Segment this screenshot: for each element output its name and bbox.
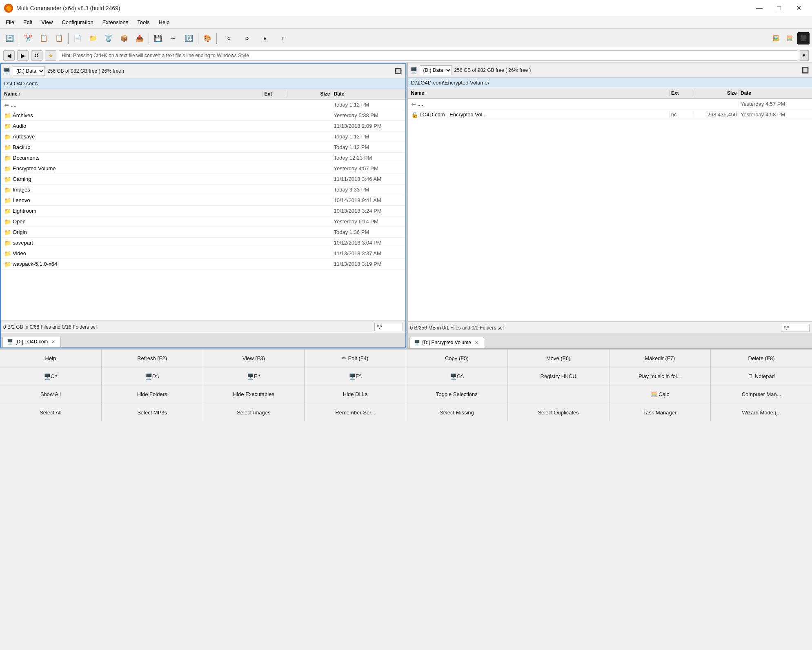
nav-favorite-btn[interactable]: ★ xyxy=(45,50,56,61)
view-console-btn[interactable]: ⬛ xyxy=(797,32,810,45)
view-calculator-btn[interactable]: 🧮 xyxy=(783,32,796,45)
right-tab-close-btn[interactable]: ✕ xyxy=(474,340,480,346)
left-drive-select[interactable]: (D:) Data xyxy=(13,66,45,76)
left-file-row[interactable]: 📁 Encrypted Volume Yesterday 4:57 PM xyxy=(1,163,405,174)
fn-drive-d-btn[interactable]: 🖥️ D:\ xyxy=(102,367,203,385)
toolbar-sync-btn[interactable]: 🔃 xyxy=(182,31,196,46)
nav-back-btn[interactable]: ◀ xyxy=(3,50,15,61)
fn-notepad-btn[interactable]: 🗒 Notepad xyxy=(711,367,812,385)
toolbar-pack-btn[interactable]: 📦 xyxy=(117,31,131,46)
hint-input[interactable] xyxy=(59,50,797,61)
menu-view[interactable]: View xyxy=(37,18,57,27)
left-file-row[interactable]: 📁 Autosave Today 1:12 PM xyxy=(1,131,405,142)
fn-drive-e-btn[interactable]: 🖥️ E:\ xyxy=(203,367,305,385)
right-drive-select[interactable]: (D:) Data xyxy=(420,65,452,75)
left-col-name[interactable]: Name↑ xyxy=(1,91,263,97)
right-col-name[interactable]: Name↑ xyxy=(408,90,670,96)
left-col-size[interactable]: Size xyxy=(287,91,332,97)
left-filter-input[interactable] xyxy=(374,323,403,331)
fn-remember-sel-btn[interactable]: Remember Sel... xyxy=(305,403,406,421)
fn-select-dupes-btn[interactable]: Select Duplicates xyxy=(508,403,610,421)
left-tab-1[interactable]: 🖥️ [D:] LO4D.com ✕ xyxy=(2,336,61,347)
fn-view-btn[interactable]: View (F3) xyxy=(203,349,305,367)
left-file-row[interactable]: 📁 Lightroom 10/13/2018 3:24 PM xyxy=(1,206,405,216)
minimize-button[interactable]: — xyxy=(750,2,769,14)
left-col-ext[interactable]: Ext xyxy=(263,91,287,97)
toolbar-drive-e[interactable]: E xyxy=(258,31,272,46)
left-file-row[interactable]: 📁 Video 11/13/2018 3:37 AM xyxy=(1,248,405,259)
left-file-row[interactable]: 📁 Origin Today 1:36 PM xyxy=(1,227,405,238)
nav-reload-btn[interactable]: ↺ xyxy=(31,50,42,61)
left-col-date[interactable]: Date xyxy=(332,91,405,97)
maximize-button[interactable]: □ xyxy=(770,2,788,14)
fn-toggle-sel-btn[interactable]: Toggle Selections xyxy=(406,385,508,403)
right-tab-1[interactable]: 🖥️ [D:] Encrypted Volume ✕ xyxy=(409,337,484,348)
left-file-row[interactable]: 📁 Lenovo 10/14/2018 9:41 AM xyxy=(1,195,405,206)
right-col-size[interactable]: Size xyxy=(694,90,739,96)
left-file-row[interactable]: 📁 Gaming 11/11/2018 3:46 AM xyxy=(1,174,405,185)
fn-play-music-btn[interactable]: Play music in fol... xyxy=(610,367,711,385)
view-thumbnails-btn[interactable]: 🖼️ xyxy=(770,32,782,45)
menu-tools[interactable]: Tools xyxy=(133,18,154,27)
fn-help-btn[interactable]: Help xyxy=(0,349,102,367)
fn-hide-folders-btn[interactable]: Hide Folders xyxy=(102,385,203,403)
right-file-row[interactable]: ⬅ .... Yesterday 4:57 PM xyxy=(408,99,812,109)
toolbar-refresh-btn[interactable]: 🔄 xyxy=(2,31,17,46)
toolbar-copy-btn[interactable]: 📋 xyxy=(36,31,51,46)
hint-dropdown-btn[interactable]: ▾ xyxy=(800,50,809,61)
nav-forward-btn[interactable]: ▶ xyxy=(17,50,29,61)
fn-drive-f-btn[interactable]: 🖥️ F:\ xyxy=(305,367,406,385)
left-file-row[interactable]: 📁 Backup Today 1:12 PM xyxy=(1,142,405,153)
fn-delete-btn[interactable]: Delete (F8) xyxy=(711,349,812,367)
right-col-ext[interactable]: Ext xyxy=(669,90,694,96)
fn-edit-btn[interactable]: ✏ Edit (F4) xyxy=(305,349,406,367)
right-file-row[interactable]: 🔒 LO4D.com - Encrypted Vol... hc 268,435… xyxy=(408,109,812,120)
left-file-row[interactable]: 📁 savepart 10/12/2018 3:04 PM xyxy=(1,238,405,248)
fn-makedir-btn[interactable]: Makedir (F7) xyxy=(610,349,711,367)
right-path-bar[interactable]: D:\LO4D.com\Encrypted Volume\ xyxy=(408,78,812,88)
left-file-row[interactable]: 📁 Images Today 3:33 PM xyxy=(1,185,405,195)
fn-refresh-btn[interactable]: Refresh (F2) xyxy=(102,349,203,367)
close-button[interactable]: ✕ xyxy=(789,2,808,14)
fn-drive-g-btn[interactable]: 🖥️ G:\ xyxy=(406,367,508,385)
toolbar-compare-btn[interactable]: ↔️ xyxy=(166,31,181,46)
left-file-row[interactable]: 📁 Archives Yesterday 5:38 PM xyxy=(1,110,405,121)
toolbar-paste-btn[interactable]: 📋 xyxy=(52,31,67,46)
right-filter-input[interactable] xyxy=(781,324,810,332)
fn-task-manager-btn[interactable]: Task Manager xyxy=(610,403,711,421)
fn-calc-btn[interactable]: 🧮 Calc xyxy=(610,385,711,403)
toolbar-unpack-btn[interactable]: 📤 xyxy=(132,31,147,46)
menu-configuration[interactable]: Configuration xyxy=(58,18,97,27)
menu-file[interactable]: File xyxy=(2,18,18,27)
toolbar-drive-c[interactable]: C xyxy=(222,31,236,46)
fn-drive-c-btn[interactable]: 🖥️ C:\ xyxy=(0,367,102,385)
left-path-bar[interactable]: D:\LO4D.com\ xyxy=(1,78,405,89)
toolbar-newfile-btn[interactable]: 📄 xyxy=(70,31,85,46)
fn-wizard-mode-btn[interactable]: Wizard Mode (... xyxy=(711,403,812,421)
fn-select-images-btn[interactable]: Select Images xyxy=(203,403,305,421)
fn-computer-mgmt-btn[interactable]: Computer Man... xyxy=(711,385,812,403)
fn-move-btn[interactable]: Move (F6) xyxy=(508,349,610,367)
fn-registry-btn[interactable]: Registry HKCU xyxy=(508,367,610,385)
fn-select-all-btn[interactable]: Select All xyxy=(0,403,102,421)
menu-extensions[interactable]: Extensions xyxy=(98,18,133,27)
right-col-date[interactable]: Date xyxy=(739,90,812,96)
fn-select-missing-btn[interactable]: Select Missing xyxy=(406,403,508,421)
toolbar-drive-t[interactable]: T xyxy=(276,31,290,46)
left-tab-close-btn[interactable]: ✕ xyxy=(50,339,56,345)
fn-copy-btn[interactable]: Copy (F5) xyxy=(406,349,508,367)
toolbar-newfolder-btn[interactable]: 📁 xyxy=(86,31,100,46)
menu-help[interactable]: Help xyxy=(155,18,174,27)
toolbar-color-btn[interactable]: 🎨 xyxy=(200,31,215,46)
toolbar-cut-btn[interactable]: ✂️ xyxy=(21,31,36,46)
menu-edit[interactable]: Edit xyxy=(19,18,36,27)
fn-show-all-btn[interactable]: Show All xyxy=(0,385,102,403)
left-file-row[interactable]: 📁 wavpack-5.1.0-x64 11/13/2018 3:19 PM xyxy=(1,259,405,269)
toolbar-save-btn[interactable]: 💾 xyxy=(151,31,165,46)
toolbar-delete-btn[interactable]: 🗑️ xyxy=(101,31,116,46)
toolbar-drive-d[interactable]: D xyxy=(240,31,254,46)
fn-hide-dlls-btn[interactable]: Hide DLLs xyxy=(305,385,406,403)
left-file-row[interactable]: 📁 Documents Today 12:23 PM xyxy=(1,153,405,163)
left-file-row[interactable]: ⬅ .... Today 1:12 PM xyxy=(1,100,405,110)
left-file-row[interactable]: 📁 Audio 11/13/2018 2:09 PM xyxy=(1,121,405,131)
